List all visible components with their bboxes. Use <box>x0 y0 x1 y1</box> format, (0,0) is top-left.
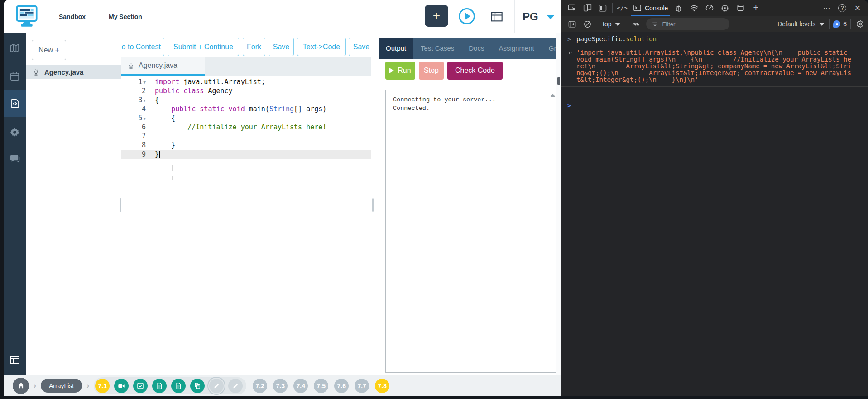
lesson-activity-pencil-icon[interactable] <box>228 379 243 393</box>
sidebar-item-map[interactable] <box>4 37 26 59</box>
line-number[interactable]: 1▼ <box>121 77 148 86</box>
lesson-activity-pencil-icon[interactable] <box>209 379 224 393</box>
tab-elements[interactable]: </> <box>614 0 630 16</box>
line-number[interactable]: 6 <box>121 123 148 132</box>
run-header-button[interactable] <box>459 8 475 24</box>
help-button[interactable]: ? <box>834 0 850 16</box>
stop-button[interactable]: Stop <box>419 62 444 80</box>
run-button[interactable]: Run <box>385 62 415 80</box>
tab-docs[interactable]: Docs <box>461 38 491 59</box>
panel-resize-handle-right[interactable] <box>372 198 374 212</box>
file-row-agency[interactable]: Agency.java <box>26 65 121 79</box>
line-number[interactable]: 8 <box>121 141 148 150</box>
log-levels-selector[interactable]: Default levels <box>775 20 827 28</box>
tab-console[interactable]: Console <box>630 0 671 16</box>
fork-button[interactable]: Fork <box>243 38 265 56</box>
console-prompt[interactable]: > <box>561 99 868 105</box>
code-line-4[interactable]: 4 public static void main(String[] args) <box>121 104 371 114</box>
more-options-button[interactable]: ⋯ <box>819 0 834 16</box>
tab-assignment[interactable]: Assignment <box>491 38 541 59</box>
app-window: Sandbox My Section + PG New + Agenc <box>4 0 561 396</box>
close-devtools-button[interactable]: × <box>850 0 865 16</box>
code-line-7[interactable]: 7 <box>121 132 371 141</box>
context-selector[interactable]: top <box>599 20 624 28</box>
console-settings-button[interactable] <box>853 16 868 32</box>
console-sidebar-button[interactable] <box>564 16 580 32</box>
tab-test-cases[interactable]: Test Cases <box>413 38 461 59</box>
submit-continue-button[interactable]: Submit + Continue <box>168 38 239 56</box>
panel-resize-handle-left[interactable] <box>120 198 121 212</box>
sidebar-item-chat[interactable] <box>4 147 26 170</box>
dock-side-button[interactable] <box>595 0 610 16</box>
line-number[interactable]: 3▼ <box>121 95 148 104</box>
console-filter-input[interactable]: Filter <box>646 18 729 30</box>
lesson-activity-video-icon[interactable] <box>114 379 129 393</box>
tab-my-section[interactable]: My Section <box>109 0 142 33</box>
chevron-down-icon[interactable] <box>547 15 554 19</box>
issues-counter[interactable]: 6 <box>831 20 849 28</box>
code-line-3[interactable]: 3▼{ <box>121 95 371 104</box>
code-line-9[interactable]: 9} <box>121 150 371 159</box>
lesson-item-7.3[interactable]: 7.3 <box>273 379 288 393</box>
sidebar-item-code[interactable] <box>4 90 26 117</box>
lesson-activity-copy-icon[interactable] <box>190 379 205 393</box>
line-number[interactable]: 4 <box>121 104 148 114</box>
scrollbar-thumb[interactable] <box>557 77 560 85</box>
code-line-2[interactable]: 2public class Agency <box>121 86 371 95</box>
lesson-item-7.4[interactable]: 7.4 <box>293 379 308 393</box>
more-tabs-button[interactable]: + <box>748 0 763 16</box>
line-number[interactable]: 7 <box>121 132 148 141</box>
app-logo[interactable] <box>4 0 50 33</box>
save-button-2[interactable]: Save <box>349 38 371 56</box>
go-to-contest-button[interactable]: Go to Contest <box>121 38 164 56</box>
line-number[interactable]: 5▼ <box>121 114 148 123</box>
fold-arrow-icon[interactable]: ▼ <box>144 114 146 123</box>
browser-window-button[interactable] <box>490 10 504 23</box>
fold-arrow-icon[interactable]: ▼ <box>144 96 146 105</box>
inspect-element-button[interactable] <box>564 0 580 16</box>
code-line-6[interactable]: 6 //Initialize your ArrayLists here! <box>121 123 371 132</box>
lesson-activity-check-square-icon[interactable] <box>133 379 148 393</box>
clear-console-button[interactable] <box>580 16 595 32</box>
line-number[interactable]: 9 <box>121 150 148 159</box>
tab-sources-debug[interactable] <box>671 0 686 16</box>
new-item-button[interactable]: + <box>425 5 448 27</box>
text-to-code-button[interactable]: Text->Code <box>297 38 346 56</box>
sidebar-item-calendar[interactable] <box>4 65 26 87</box>
new-file-button[interactable]: New + <box>32 40 66 60</box>
check-code-button[interactable]: Check Code <box>447 62 503 80</box>
lesson-item-7.2[interactable]: 7.2 <box>253 379 267 393</box>
code-line-5[interactable]: 5▼ { <box>121 114 371 123</box>
scroll-up-icon[interactable] <box>550 94 556 97</box>
editor-tab-agency[interactable]: Agency.java <box>121 57 205 76</box>
module-pill[interactable]: ArrayList <box>41 379 82 393</box>
code-line-1[interactable]: 1▼import java.util.ArrayList; <box>121 77 371 86</box>
code-line-8[interactable]: 8 } <box>121 141 371 150</box>
lesson-item-7.7[interactable]: 7.7 <box>355 379 369 393</box>
line-number[interactable]: 2 <box>121 86 148 95</box>
program-output-console[interactable]: Connecting to your server... Connected. <box>385 90 559 373</box>
tab-sandbox[interactable]: Sandbox <box>59 0 86 33</box>
tab-memory[interactable] <box>717 0 733 16</box>
user-menu[interactable]: PG <box>523 0 538 33</box>
code-area[interactable]: 1▼import java.util.ArrayList;2public cla… <box>121 76 371 375</box>
live-expression-button[interactable] <box>628 16 643 32</box>
lesson-item-7.6[interactable]: 7.6 <box>334 379 349 393</box>
lesson-item-7.8[interactable]: 7.8 <box>375 379 389 393</box>
lesson-activity-document-icon[interactable] <box>171 379 186 393</box>
tab-network[interactable] <box>686 0 702 16</box>
home-button[interactable] <box>13 378 29 394</box>
save-button[interactable]: Save <box>269 38 294 56</box>
sidebar-item-settings[interactable] <box>4 121 26 143</box>
lesson-item-7.5[interactable]: 7.5 <box>314 379 328 393</box>
tab-performance[interactable] <box>702 0 717 16</box>
lesson-activity-document-icon[interactable] <box>152 379 167 393</box>
sidebar-item-layout[interactable] <box>4 349 26 371</box>
tab-application[interactable] <box>733 0 748 16</box>
page-scrollbar[interactable] <box>556 33 561 396</box>
device-toolbar-button[interactable] <box>580 0 595 16</box>
fold-arrow-icon[interactable]: ▼ <box>144 78 146 87</box>
tab-output[interactable]: Output <box>379 38 413 59</box>
console-log-area[interactable]: > pageSpecific.solution 'import java.uti… <box>561 32 868 396</box>
lesson-item-7.1[interactable]: 7.1 <box>95 379 110 393</box>
